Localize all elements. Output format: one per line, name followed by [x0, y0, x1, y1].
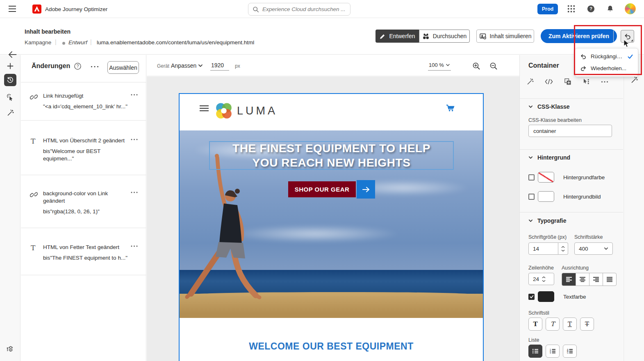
font-weight-label: Schriftstärke — [574, 234, 603, 240]
italic-icon[interactable]: T — [546, 318, 560, 331]
review-to-activate-button[interactable]: Zum Aktivieren prüfen — [541, 29, 617, 43]
change-list-item[interactable]: T HTML von Fetter Text geändert bis"The … — [21, 228, 146, 275]
chevron-up-icon — [561, 246, 565, 248]
typography-section-header[interactable]: Typografie — [528, 217, 567, 224]
bullet-list-icon[interactable] — [528, 345, 542, 358]
strikethrough-icon[interactable]: T — [580, 318, 594, 331]
background-section-header[interactable]: Hintergrund — [528, 154, 570, 161]
top-nav-bar: Adobe Journey Optimizer Prod ? — [0, 0, 644, 18]
background-color-row: Hintergrundfarbe — [528, 172, 605, 183]
layers-icon[interactable] — [4, 343, 16, 355]
menu-item-undo[interactable]: Rückgängig m... — [575, 50, 638, 62]
change-list-item[interactable]: Link hinzugefügt "<a id='cdq_element_10_… — [21, 82, 146, 120]
section-heading[interactable]: WELCOME OUR BEST EQUIPMENT — [180, 341, 483, 352]
device-select[interactable]: Anpassen — [171, 62, 196, 69]
select-button[interactable]: Auswählen — [107, 61, 139, 74]
breadcrumb-url[interactable]: luma.enablementadobe.com/content/luma/us… — [97, 39, 254, 46]
background-image-row: Hintergrundbild — [528, 191, 601, 202]
css-class-input[interactable] — [528, 125, 612, 137]
header-divider — [613, 30, 614, 42]
breadcrumb-campaign[interactable]: Kampagne — [25, 39, 51, 46]
help-icon[interactable]: ? — [587, 5, 595, 13]
interaction-click-icon[interactable] — [4, 91, 16, 103]
environment-badge[interactable]: Prod — [537, 4, 558, 14]
change-detail: bis"Welcome our BEST equipmen..." — [43, 148, 130, 162]
align-right-icon[interactable] — [589, 273, 603, 286]
css-class-section-header[interactable]: CSS-Klasse — [528, 103, 570, 110]
text-color-checkbox[interactable] — [528, 294, 535, 300]
change-list-item[interactable]: T HTML von Überschrift 2 geändert bis"We… — [21, 120, 146, 175]
properties-panel: Container CSS-Klasse CSS-Klasse bearbeit… — [519, 55, 623, 361]
background-image-swatch[interactable] — [538, 191, 554, 202]
zoom-in-icon[interactable] — [472, 62, 480, 70]
line-height-stepper — [528, 273, 554, 285]
history-icon[interactable] — [4, 74, 16, 86]
line-height-stepper-buttons[interactable] — [542, 276, 546, 282]
undo-icon — [580, 53, 587, 60]
app-switcher-icon[interactable] — [567, 5, 575, 13]
adobe-logo-icon[interactable] — [32, 5, 41, 14]
more-options-icon[interactable] — [601, 81, 608, 83]
content-header: Inhalt bearbeiten Kampagne | Entwurf | l… — [0, 18, 644, 55]
add-content-icon[interactable] — [4, 60, 16, 72]
chevron-down-icon[interactable] — [198, 64, 203, 67]
binoculars-icon — [422, 33, 430, 39]
change-detail: bis"The FINEST equipment to h..." — [43, 254, 130, 262]
zoom-level-select[interactable]: 100 % — [428, 61, 451, 71]
change-item-more-icon[interactable] — [131, 245, 138, 247]
background-color-swatch[interactable] — [538, 172, 554, 183]
email-menu-icon — [199, 105, 209, 112]
chevron-down-icon — [604, 247, 608, 250]
background-color-checkbox[interactable] — [528, 174, 535, 180]
align-center-icon[interactable] — [576, 273, 589, 286]
line-height-input[interactable] — [529, 276, 542, 282]
underline-icon[interactable]: T — [563, 318, 577, 331]
select-element-icon[interactable] — [583, 78, 590, 85]
user-avatar[interactable] — [625, 3, 636, 14]
hamburger-menu-icon[interactable] — [8, 5, 16, 12]
chevron-down-icon — [528, 105, 533, 108]
svg-text:C: C — [567, 352, 569, 354]
zoom-out-icon[interactable] — [489, 62, 498, 70]
changes-help-icon[interactable]: ? — [74, 63, 81, 70]
cta-arrow-button[interactable] — [357, 180, 375, 199]
undo-button[interactable] — [621, 30, 634, 43]
design-tab[interactable]: Entwerfen — [375, 30, 419, 43]
width-unit-label: px — [235, 63, 240, 69]
text-color-swatch[interactable] — [538, 291, 554, 302]
magic-wand-icon[interactable] — [4, 107, 16, 119]
code-icon[interactable] — [545, 79, 553, 85]
browse-tab[interactable]: Durchsuchen — [419, 30, 470, 43]
change-list-item[interactable]: background-color von Link geändert bis"r… — [21, 175, 146, 228]
lettered-list-icon[interactable]: ABC — [563, 345, 577, 358]
search-input[interactable] — [262, 6, 346, 12]
bold-icon[interactable]: T — [528, 318, 542, 331]
chevron-up-icon — [542, 276, 546, 279]
duplicate-add-icon[interactable] — [564, 78, 571, 85]
shop-cta-button[interactable]: SHOP OUR GEAR — [288, 181, 356, 197]
change-item-more-icon[interactable] — [131, 192, 138, 193]
align-left-icon[interactable] — [562, 273, 576, 286]
headline-selection-box[interactable]: THE FINEST EQUIPMENT TO HELP YOU REACH N… — [209, 141, 454, 170]
simulate-button-label: Inhalt simulieren — [490, 33, 532, 39]
typography-section-title: Typografie — [537, 217, 567, 224]
magic-wand-icon[interactable] — [526, 78, 534, 85]
changes-more-icon[interactable] — [91, 66, 99, 68]
menu-item-redo[interactable]: Wiederholen... — [575, 62, 638, 74]
back-arrow-icon[interactable] — [8, 51, 17, 58]
viewport-width-input[interactable] — [210, 60, 229, 71]
background-image-checkbox[interactable] — [528, 194, 535, 200]
global-search[interactable] — [248, 3, 350, 16]
properties-toolbar — [526, 78, 608, 85]
design-canvas: LUMA — [147, 77, 519, 361]
simulate-content-button[interactable]: Inhalt simulieren — [476, 30, 534, 43]
numbered-list-icon[interactable]: 123 — [546, 345, 560, 358]
change-item-more-icon[interactable] — [131, 139, 138, 140]
change-item-more-icon[interactable] — [131, 94, 138, 96]
align-justify-icon[interactable] — [603, 273, 616, 286]
font-weight-select[interactable]: 400 — [574, 242, 613, 255]
notifications-bell-icon[interactable] — [606, 5, 614, 13]
font-size-stepper-buttons[interactable] — [558, 242, 568, 255]
email-preview-frame[interactable]: LUMA — [179, 93, 484, 361]
font-size-input[interactable] — [528, 242, 558, 255]
